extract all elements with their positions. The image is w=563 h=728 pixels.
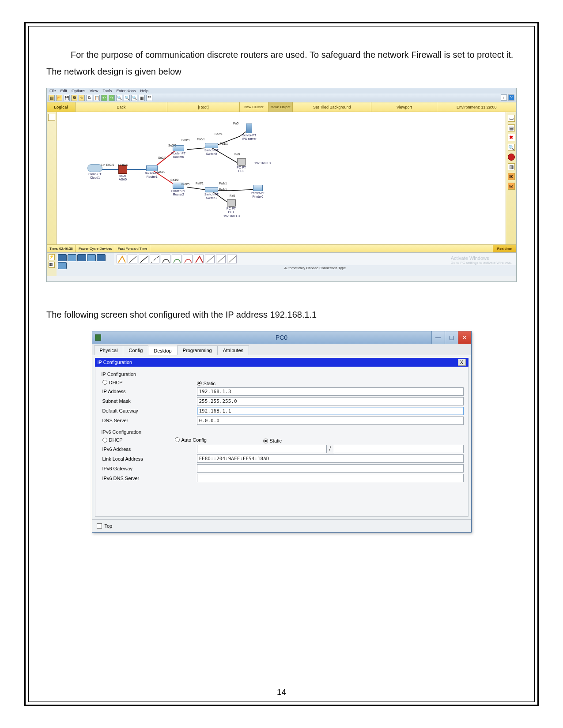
redo-icon[interactable]: ↷ — [109, 95, 115, 101]
node-asa[interactable]: 5505 ASA0 — [118, 165, 127, 181]
menu-extensions[interactable]: Extensions — [115, 89, 136, 93]
ipconfig-titlebar[interactable]: IP Configuration X — [95, 358, 469, 367]
complex-pdu-icon[interactable]: ✉ — [508, 173, 515, 180]
radio-static6[interactable]: Static — [263, 438, 282, 443]
ipv6-gateway-input[interactable] — [197, 464, 464, 473]
device-cat-1[interactable] — [58, 254, 67, 261]
back-button[interactable]: Back — [76, 102, 167, 112]
topology-canvas[interactable]: Cloud-PT Cloud1 5505 ASA0 Router-PT Rout… — [57, 112, 506, 244]
radio-static[interactable]: Static — [197, 381, 216, 386]
node-cloud[interactable]: Cloud-PT Cloud1 — [87, 164, 102, 179]
conn-coax-icon[interactable] — [183, 255, 193, 263]
minimize-button[interactable]: — — [431, 331, 445, 344]
conn-auto-icon[interactable] — [117, 255, 126, 263]
top-checkbox[interactable] — [97, 523, 102, 529]
conn-serial-dte-icon[interactable] — [205, 255, 215, 263]
ipv6-prefix-input[interactable] — [334, 445, 464, 453]
print-icon[interactable]: 🖶 — [71, 95, 77, 101]
menu-tools[interactable]: Tools — [102, 89, 113, 93]
delete-icon[interactable]: ✖ — [508, 134, 515, 141]
radio-dhcp6[interactable]: DHCP — [102, 437, 123, 443]
pc0-titlebar[interactable]: PC0 — ▢ ✕ — [92, 331, 471, 344]
conn-serial-dce-icon[interactable] — [194, 255, 204, 263]
tab-programming[interactable]: Programming — [177, 345, 218, 355]
conn-cross-icon[interactable] — [150, 255, 159, 263]
node-printer[interactable]: Printer-PT Printer0 — [251, 185, 265, 198]
zoom-out-icon[interactable]: 🔍 — [131, 95, 137, 101]
conn-phone-icon[interactable] — [172, 255, 181, 263]
zoom-in-icon[interactable]: 🔍 — [116, 95, 122, 101]
ipv6-address-input[interactable] — [197, 445, 327, 453]
wizard-icon[interactable]: ☆ — [79, 95, 85, 101]
radio-dhcp[interactable]: DHCP — [102, 380, 123, 385]
palette-icon[interactable]: ▦ — [139, 95, 145, 101]
custom-icon[interactable]: ☷ — [146, 95, 152, 101]
inspect-icon[interactable]: 🔍 — [508, 144, 515, 151]
select-icon[interactable] — [48, 114, 55, 121]
node-switch0[interactable]: Switch-PT Switch0 — [204, 143, 219, 155]
conn-fiber-icon[interactable] — [161, 255, 170, 263]
left-toolbar[interactable] — [47, 112, 57, 244]
menu-bar[interactable]: File Edit Options View Tools Extensions … — [47, 88, 516, 94]
set-tiled-bg-button[interactable]: Set Tiled Background — [293, 102, 372, 112]
device-cat-3[interactable] — [77, 254, 86, 261]
gateway-input[interactable] — [197, 407, 464, 415]
power-cycle-button[interactable]: Power Cycle Devices — [76, 245, 115, 252]
conn-console-icon[interactable] — [128, 255, 137, 263]
undo-icon[interactable]: ↶ — [101, 95, 107, 101]
node-server[interactable]: Server-PT IPS server — [242, 124, 257, 140]
paste-icon[interactable]: 📋 — [94, 95, 100, 101]
move-object-button[interactable]: Move Object — [268, 102, 293, 112]
ipconfig-close-button[interactable]: X — [458, 359, 466, 366]
link-local-input[interactable] — [197, 454, 464, 463]
right-toolbar[interactable]: ▭ ▤ ✖ 🔍 ▥ ✉ ✉ — [506, 112, 516, 244]
menu-help[interactable]: Help — [139, 89, 149, 93]
conn-octal-icon[interactable] — [216, 255, 226, 263]
dns-input[interactable] — [197, 417, 464, 425]
menu-edit[interactable]: Edit — [60, 89, 68, 93]
device-cat-2[interactable] — [68, 254, 76, 261]
copy-icon[interactable]: ⧉ — [86, 95, 92, 101]
node-pc0[interactable]: PC-PT PC0 — [237, 158, 246, 173]
root-label[interactable]: [Root] — [167, 102, 240, 112]
tab-desktop[interactable]: Desktop — [148, 346, 177, 355]
tab-config[interactable]: Config — [123, 345, 148, 355]
conn-usb-icon[interactable] — [227, 255, 237, 263]
note-icon[interactable]: ▤ — [508, 124, 515, 131]
help-icon[interactable]: ? — [508, 94, 514, 101]
menu-options[interactable]: Options — [71, 89, 86, 93]
device-panel[interactable]: ⚡ ▦ — [47, 252, 516, 276]
info-icon[interactable]: i — [501, 94, 507, 101]
select-tool-icon[interactable]: ▭ — [508, 115, 515, 122]
close-button[interactable]: ✕ — [458, 331, 471, 344]
zoom-reset-icon[interactable]: 🔍 — [124, 95, 130, 101]
workspace-bar[interactable]: Logical Back [Root] New Cluster Move Obj… — [47, 102, 516, 112]
ip-address-input[interactable] — [197, 387, 464, 396]
complex-pdu2-icon[interactable]: ✉ — [508, 183, 515, 190]
realtime-tab[interactable]: Realtime — [493, 245, 516, 252]
pc0-tabs[interactable]: Physical Config Desktop Programming Attr… — [92, 344, 471, 355]
device-cat-5[interactable] — [97, 254, 106, 261]
simple-pdu-icon[interactable]: ▥ — [508, 163, 515, 170]
node-pc1[interactable]: PC-PT PC1 — [227, 199, 236, 214]
viewport-button[interactable]: Viewport — [371, 102, 437, 112]
maximize-button[interactable]: ▢ — [445, 331, 458, 344]
new-file-icon[interactable]: ▤ — [49, 95, 55, 101]
device-cat-6[interactable] — [58, 262, 67, 269]
menu-view[interactable]: View — [89, 89, 99, 93]
subnet-mask-input[interactable] — [197, 397, 464, 405]
tab-attributes[interactable]: Attributes — [217, 345, 249, 355]
device-categories[interactable] — [57, 253, 114, 276]
conn-grid-icon[interactable]: ▦ — [49, 262, 55, 268]
open-icon[interactable]: 📂 — [56, 95, 62, 101]
node-switch1[interactable]: Switch-PT Switch1 — [204, 187, 219, 199]
radio-autoconfig[interactable]: Auto Config — [175, 437, 207, 443]
logical-tab[interactable]: Logical — [47, 102, 76, 112]
save-icon[interactable]: 💾 — [64, 95, 70, 101]
ipv6-dns-input[interactable] — [197, 474, 464, 482]
conn-straight-icon[interactable] — [139, 255, 148, 263]
conn-cat-icon[interactable]: ⚡ — [49, 254, 55, 260]
main-toolbar[interactable]: ▤ 📂 💾 🖶 ☆ ⧉ 📋 ↶ ↷ 🔍 🔍 🔍 ▦ ☷ i ? — [47, 94, 516, 102]
device-cat-4[interactable] — [87, 254, 96, 261]
node-router0[interactable]: Router-PT Router0 — [171, 145, 185, 158]
